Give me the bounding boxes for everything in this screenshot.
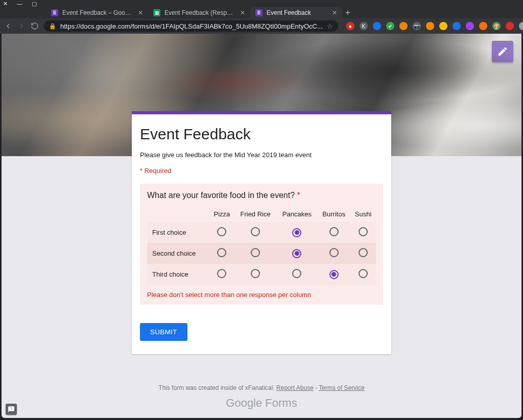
grid-col-header: Pizza bbox=[209, 206, 234, 222]
grid-row-label: First choice bbox=[147, 222, 209, 243]
grid-radio[interactable] bbox=[217, 269, 226, 278]
extension-icon[interactable]: ● bbox=[346, 22, 354, 30]
grid-row: Second choice bbox=[147, 243, 376, 264]
extension-icon[interactable]: K bbox=[360, 22, 368, 30]
edit-form-button[interactable] bbox=[492, 41, 513, 62]
page-viewport: Event Feedback Please give us feedback f… bbox=[2, 34, 521, 418]
footer-text: This form was created inside of xFanatic… bbox=[158, 384, 276, 391]
form-title: Event Feedback bbox=[140, 126, 383, 143]
extension-icon[interactable]: 🍄 bbox=[492, 22, 501, 30]
extension-icon[interactable] bbox=[399, 22, 408, 30]
form-description: Please give us feedback for the Mid Year… bbox=[140, 151, 383, 159]
extension-icon[interactable]: 📷 bbox=[413, 22, 421, 30]
sheets-favicon-icon: ▦ bbox=[153, 9, 160, 16]
grid-radio[interactable] bbox=[217, 248, 226, 257]
reload-button[interactable] bbox=[31, 21, 39, 31]
grid-radio[interactable] bbox=[359, 269, 368, 278]
grid-radio[interactable] bbox=[251, 248, 260, 257]
feedback-button[interactable] bbox=[6, 404, 17, 415]
submit-button[interactable]: SUBMIT bbox=[140, 323, 187, 341]
browser-toolbar: 🔒 https://docs.google.com/forms/d/e/1FAI… bbox=[0, 18, 523, 34]
address-bar[interactable]: 🔒 https://docs.google.com/forms/d/e/1FAI… bbox=[44, 20, 338, 32]
terms-link[interactable]: Terms of Service bbox=[319, 384, 364, 391]
tab-label: Event Feedback (Responses) - G bbox=[164, 9, 236, 16]
tab-label: Event Feedback – Google Forms bbox=[62, 9, 134, 16]
grid-row-label: Third choice bbox=[147, 264, 209, 285]
extension-icon[interactable] bbox=[466, 22, 474, 30]
grid-radio[interactable] bbox=[329, 227, 339, 236]
grid-row: Third choice bbox=[147, 264, 376, 285]
back-button[interactable] bbox=[4, 21, 12, 31]
required-note: * Required bbox=[140, 167, 383, 175]
tab-form-view[interactable]: ≣ Event Feedback ✕ bbox=[250, 7, 342, 18]
new-tab-button[interactable]: + bbox=[342, 7, 353, 18]
grid-radio[interactable] bbox=[292, 249, 301, 258]
window-minimize-icon[interactable]: — bbox=[17, 1, 22, 7]
window-titlebar: ✕ — ▢ bbox=[0, 0, 523, 7]
window-maximize-icon[interactable]: ▢ bbox=[32, 1, 37, 7]
question-block: What are your favorite food in the event… bbox=[140, 184, 383, 305]
grid-radio[interactable] bbox=[292, 269, 301, 278]
extension-icon[interactable] bbox=[439, 22, 447, 30]
forward-button[interactable] bbox=[17, 21, 26, 31]
extension-icon[interactable] bbox=[426, 22, 434, 30]
window-close-icon[interactable]: ✕ bbox=[3, 1, 8, 7]
grid-radio[interactable] bbox=[217, 227, 226, 236]
extension-icon[interactable]: ✔ bbox=[386, 22, 394, 30]
radio-grid: Pizza Fried Rice Pancakes Burritos Sushi… bbox=[147, 206, 376, 285]
grid-col-header: Sushi bbox=[350, 206, 376, 222]
grid-radio[interactable] bbox=[359, 248, 368, 257]
grid-radio[interactable] bbox=[329, 248, 339, 257]
question-title: What are your favorite food in the event… bbox=[147, 191, 376, 200]
google-forms-logo[interactable]: Google Forms bbox=[2, 397, 521, 410]
form-footer: This form was created inside of xFanatic… bbox=[2, 384, 521, 410]
forms-favicon-icon: ≣ bbox=[255, 9, 263, 16]
required-asterisk: * bbox=[297, 191, 300, 200]
bookmark-star-icon[interactable]: ☆ bbox=[327, 22, 333, 30]
grid-radio[interactable] bbox=[359, 227, 368, 236]
tabstrip: ≣ Event Feedback – Google Forms ✕ ▦ Even… bbox=[0, 7, 523, 18]
extensions-row: ● K ✔ 📷 🍄 ☺ ⋮ bbox=[346, 21, 523, 31]
extension-icon[interactable] bbox=[519, 22, 523, 30]
extension-icon[interactable] bbox=[506, 22, 514, 30]
forms-favicon-icon: ≣ bbox=[51, 9, 58, 16]
grid-radio[interactable] bbox=[292, 228, 301, 237]
extension-icon[interactable] bbox=[373, 22, 381, 30]
url-text: https://docs.google.com/forms/d/e/1FAIpQ… bbox=[60, 22, 323, 30]
grid-radio[interactable] bbox=[329, 270, 339, 279]
lock-icon: 🔒 bbox=[49, 23, 56, 30]
grid-radio[interactable] bbox=[251, 269, 260, 278]
grid-col-header: Burritos bbox=[317, 206, 350, 222]
report-abuse-link[interactable]: Report Abuse bbox=[276, 384, 314, 391]
extension-icon[interactable] bbox=[453, 22, 461, 30]
grid-radio[interactable] bbox=[251, 227, 260, 236]
question-error: Please don't select more than one respon… bbox=[147, 291, 376, 299]
tab-sheets-responses[interactable]: ▦ Event Feedback (Responses) - G ✕ bbox=[148, 7, 250, 18]
tab-label: Event Feedback bbox=[267, 9, 328, 16]
tab-forms-edit[interactable]: ≣ Event Feedback – Google Forms ✕ bbox=[46, 7, 148, 18]
grid-col-header: Fried Rice bbox=[234, 206, 277, 222]
grid-row: First choice bbox=[147, 222, 376, 243]
grid-row-label: Second choice bbox=[147, 243, 209, 264]
extension-icon[interactable] bbox=[479, 22, 487, 30]
close-icon[interactable]: ✕ bbox=[332, 9, 337, 16]
close-icon[interactable]: ✕ bbox=[240, 9, 245, 16]
grid-col-header: Pancakes bbox=[276, 206, 317, 222]
close-icon[interactable]: ✕ bbox=[138, 9, 143, 16]
form-card: Event Feedback Please give us feedback f… bbox=[132, 111, 391, 354]
